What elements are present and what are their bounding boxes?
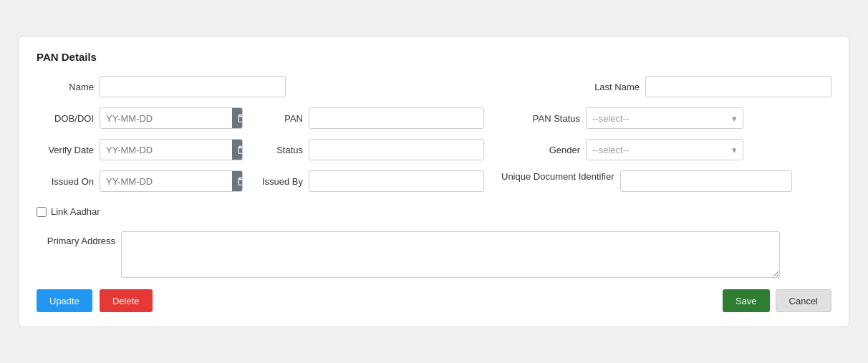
pan-status-label: PAN Status	[501, 113, 580, 124]
pan-label: PAN	[260, 113, 303, 124]
gender-select[interactable]: --select-- ▾	[586, 139, 743, 160]
verify-calendar-icon[interactable]	[232, 140, 243, 160]
footer-left: Upadte Delete	[37, 289, 153, 312]
issued-by-label: Issued By	[260, 176, 303, 187]
issued-on-wrap	[100, 170, 243, 192]
dob-calendar-icon[interactable]	[232, 108, 243, 128]
dob-input[interactable]	[100, 108, 232, 128]
unique-doc-input[interactable]	[620, 170, 792, 192]
save-button[interactable]: Save	[723, 289, 770, 312]
link-aadhar-checkbox[interactable]	[37, 207, 47, 217]
row-dob-pan: DOB/DOI PAN PAN Status --select--	[37, 107, 831, 129]
unique-doc-label: Unique Document Identifier	[501, 170, 614, 183]
gender-label: Gender	[501, 145, 580, 155]
form-section: Name Last Name DOB/DOI	[37, 76, 831, 278]
verify-date-label: Verify Date	[37, 145, 94, 155]
last-name-group: Last Name	[561, 76, 831, 97]
gender-chevron: ▾	[732, 145, 737, 155]
name-group: Name	[37, 76, 286, 97]
issued-on-group: Issued On	[37, 170, 243, 192]
primary-address-input[interactable]	[121, 231, 780, 278]
dob-group: DOB/DOI	[37, 107, 243, 129]
issued-on-input[interactable]	[100, 171, 232, 191]
pan-details-card: PAN Details Name Last Name DOB/DOI	[19, 36, 849, 327]
name-label: Name	[37, 82, 94, 92]
issued-on-calendar-icon[interactable]	[232, 171, 243, 191]
name-input[interactable]	[100, 76, 286, 97]
cancel-button[interactable]: Cancel	[776, 289, 831, 312]
pan-status-select[interactable]: --select-- ▾	[586, 107, 743, 129]
update-button[interactable]: Upadte	[37, 289, 92, 312]
pan-status-value: --select--	[592, 113, 732, 124]
issued-on-label: Issued On	[37, 176, 94, 187]
gender-value: --select--	[592, 145, 732, 155]
issued-by-group: Issued By	[260, 170, 484, 192]
delete-button[interactable]: Delete	[100, 289, 153, 312]
verify-date-wrap	[100, 139, 243, 160]
pan-group: PAN	[260, 107, 484, 129]
gender-group: Gender --select-- ▾	[501, 139, 743, 160]
footer-row: Upadte Delete Save Cancel	[37, 289, 831, 312]
status-input[interactable]	[309, 139, 484, 160]
row-issued: Issued On Issued By Unique Document Iden…	[37, 170, 831, 192]
primary-address-row: Primary Address	[37, 231, 831, 278]
verify-date-input[interactable]	[100, 140, 232, 160]
verify-date-group: Verify Date	[37, 139, 243, 160]
pan-input[interactable]	[309, 107, 484, 129]
unique-doc-group: Unique Document Identifier	[501, 170, 792, 192]
footer-right: Save Cancel	[723, 289, 831, 312]
dob-date-wrap	[100, 107, 243, 129]
status-group: Status	[260, 139, 484, 160]
last-name-label: Last Name	[561, 82, 640, 92]
card-title: PAN Details	[37, 51, 831, 63]
primary-address-label: Primary Address	[37, 236, 115, 246]
row-name: Name Last Name	[37, 76, 831, 97]
last-name-input[interactable]	[645, 76, 831, 97]
dob-label: DOB/DOI	[37, 113, 94, 124]
link-aadhar-group: Link Aadhar	[37, 206, 831, 217]
issued-by-input[interactable]	[309, 170, 484, 192]
pan-status-chevron: ▾	[732, 113, 737, 124]
pan-status-group: PAN Status --select-- ▾	[501, 107, 743, 129]
row-verify-status-gender: Verify Date Status Gender --select	[37, 139, 831, 160]
status-label: Status	[260, 145, 303, 155]
link-aadhar-label: Link Aadhar	[51, 206, 100, 217]
